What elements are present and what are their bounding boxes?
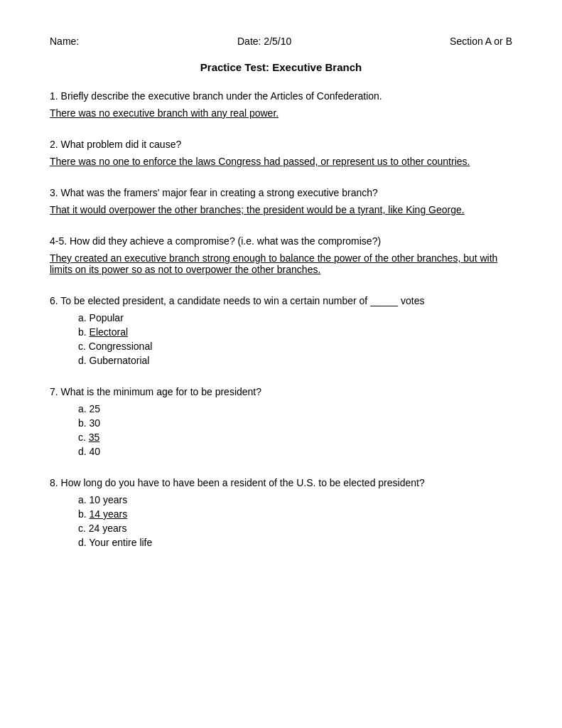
page-title: Practice Test: Executive Branch	[50, 61, 512, 73]
choice-q8-3: d. Your entire life	[78, 537, 512, 548]
question-text-q2: 2. What problem did it cause?	[50, 139, 512, 150]
answer-text-q3: That it would overpower the other branch…	[50, 204, 512, 215]
question-text-q8: 8. How long do you have to have been a r…	[50, 477, 512, 488]
choice-q7-2: c. 35	[78, 432, 512, 443]
question-block-q2: 2. What problem did it cause?There was n…	[50, 139, 512, 167]
question-text-q1: 1. Briefly describe the executive branch…	[50, 90, 512, 102]
question-text-q4: 4-5. How did they achieve a compromise? …	[50, 235, 512, 247]
question-text-q6: 6. To be elected president, a candidate …	[50, 295, 512, 306]
choice-q6-1: b. Electoral	[78, 326, 512, 338]
section-label: Section A or B	[450, 36, 512, 47]
choice-q8-1: b. 14 years	[78, 508, 512, 520]
question-text-q3: 3. What was the framers' major fear in c…	[50, 187, 512, 198]
answer-text-q1: There was no executive branch with any r…	[50, 107, 512, 119]
answer-text-q4: They created an executive branch strong …	[50, 252, 512, 275]
question-block-q8: 8. How long do you have to have been a r…	[50, 477, 512, 548]
question-block-q4: 4-5. How did they achieve a compromise? …	[50, 235, 512, 275]
questions-container: 1. Briefly describe the executive branch…	[50, 90, 512, 548]
answer-text-q2: There was no one to enforce the laws Con…	[50, 156, 512, 167]
choice-q8-2: c. 24 years	[78, 523, 512, 534]
choice-q6-3: d. Gubernatorial	[78, 355, 512, 366]
choice-q7-0: a. 25	[78, 403, 512, 414]
question-block-q6: 6. To be elected president, a candidate …	[50, 295, 512, 366]
choice-q8-0: a. 10 years	[78, 494, 512, 505]
date-label: Date: 2/5/10	[237, 36, 291, 47]
choices-list-q7: a. 25b. 30c. 35d. 40	[78, 403, 512, 457]
choices-list-q6: a. Popularb. Electoralc. Congressionald.…	[78, 312, 512, 366]
header-row: Name: Date: 2/5/10 Section A or B	[50, 36, 512, 47]
choice-q7-3: d. 40	[78, 446, 512, 457]
question-block-q7: 7. What is the minimum age for to be pre…	[50, 386, 512, 457]
question-text-q7: 7. What is the minimum age for to be pre…	[50, 386, 512, 397]
question-block-q3: 3. What was the framers' major fear in c…	[50, 187, 512, 215]
choice-q6-2: c. Congressional	[78, 341, 512, 352]
question-block-q1: 1. Briefly describe the executive branch…	[50, 90, 512, 119]
choice-q7-1: b. 30	[78, 417, 512, 429]
name-label: Name:	[50, 36, 79, 47]
choice-q6-0: a. Popular	[78, 312, 512, 323]
choices-list-q8: a. 10 yearsb. 14 yearsc. 24 yearsd. Your…	[78, 494, 512, 548]
